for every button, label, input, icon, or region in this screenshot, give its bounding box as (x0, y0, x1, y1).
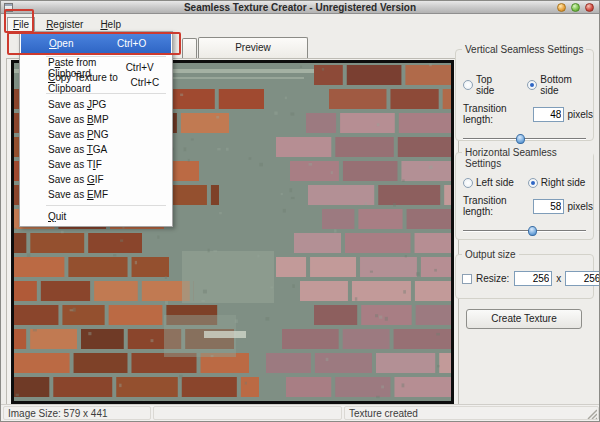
vertical-group-title: Vertical Seamless Settings (462, 44, 586, 55)
menu-item-quit[interactable]: Quit (20, 209, 172, 224)
resize-checkbox[interactable] (462, 274, 472, 284)
output-size-title: Output size (462, 249, 519, 260)
bottom-side-radio[interactable] (527, 80, 537, 90)
left-side-label: Left side (476, 177, 514, 188)
horizontal-transition-slider[interactable] (463, 225, 586, 237)
horizontal-transition-input[interactable] (533, 199, 564, 214)
top-side-radio[interactable] (463, 80, 473, 90)
tab-preview[interactable]: Preview (198, 37, 308, 58)
annotation-box-open-item (7, 32, 181, 55)
menubar-item-register[interactable]: Register (40, 17, 89, 32)
horizontal-seamless-group: Horizontal Seamless Settings Left side R… (455, 152, 594, 240)
window-title: Seamless Texture Creator - Unregistered … (1, 1, 599, 14)
output-height-input[interactable] (565, 271, 600, 286)
slider-track (463, 230, 586, 232)
annotation-box-file-menu (4, 9, 34, 33)
menu-separator (46, 205, 166, 206)
output-width-input[interactable] (514, 271, 552, 286)
vertical-transition-label: Transition length: (463, 103, 529, 125)
menu-item-save-as-png[interactable]: Save as PNG (20, 127, 172, 142)
status-middle (153, 406, 342, 420)
right-side-radio[interactable] (528, 178, 538, 188)
create-texture-button[interactable]: Create Texture (466, 309, 582, 329)
menu-item-copy-texture-to-clipboard[interactable]: Copy Texture to ClipboardCtrl+C (20, 75, 172, 90)
close-button[interactable] (585, 3, 594, 12)
vertical-seamless-group: Vertical Seamless Settings Top side Bott… (455, 49, 594, 141)
horizontal-group-title: Horizontal Seamless Settings (462, 147, 593, 169)
top-side-label: Top side (476, 74, 513, 96)
menu-item-save-as-gif[interactable]: Save as GIF (20, 172, 172, 187)
resize-label: Resize: (476, 273, 509, 284)
menu-shortcut: Ctrl+C (131, 77, 162, 88)
menu-item-save-as-tga[interactable]: Save as TGA (20, 142, 172, 157)
menubar-item-help[interactable]: Help (94, 17, 127, 32)
file-menu-dropdown: OpenCtrl+OPaste from ClipboardCtrl+VCopy… (19, 31, 173, 227)
output-size-group: Output size Resize: x (455, 254, 594, 299)
vertical-unit-label: pixels (567, 109, 593, 120)
left-side-radio[interactable] (463, 178, 473, 188)
status-message: Texture created (344, 406, 599, 420)
menu-shortcut: Ctrl+V (126, 62, 162, 73)
menu-item-save-as-bmp[interactable]: Save as BMP (20, 112, 172, 127)
menu-item-save-as-jpg[interactable]: Save as JPG (20, 97, 172, 112)
minimize-button[interactable] (557, 3, 566, 12)
horizontal-slider-thumb[interactable] (528, 226, 537, 236)
resize-grip-icon[interactable] (585, 407, 597, 419)
status-image-size: Image Size: 579 x 441 (3, 406, 151, 420)
times-label: x (556, 273, 561, 284)
tab-hidden-partial[interactable] (182, 38, 197, 58)
menu-item-save-as-emf[interactable]: Save as EMF (20, 187, 172, 202)
vertical-transition-slider[interactable] (463, 133, 586, 145)
app-window: Seamless Texture Creator - Unregistered … (0, 0, 600, 422)
bottom-side-label: Bottom side (540, 74, 593, 96)
menu-item-save-as-tif[interactable]: Save as TIF (20, 157, 172, 172)
horizontal-transition-label: Transition length: (463, 195, 529, 217)
status-bar: Image Size: 579 x 441 Texture created (1, 404, 599, 421)
horizontal-unit-label: pixels (567, 201, 593, 212)
title-bar: Seamless Texture Creator - Unregistered … (1, 1, 599, 14)
maximize-button[interactable] (571, 3, 580, 12)
vertical-slider-thumb[interactable] (516, 134, 525, 144)
vertical-transition-input[interactable] (533, 107, 564, 122)
right-side-label: Right side (541, 177, 585, 188)
